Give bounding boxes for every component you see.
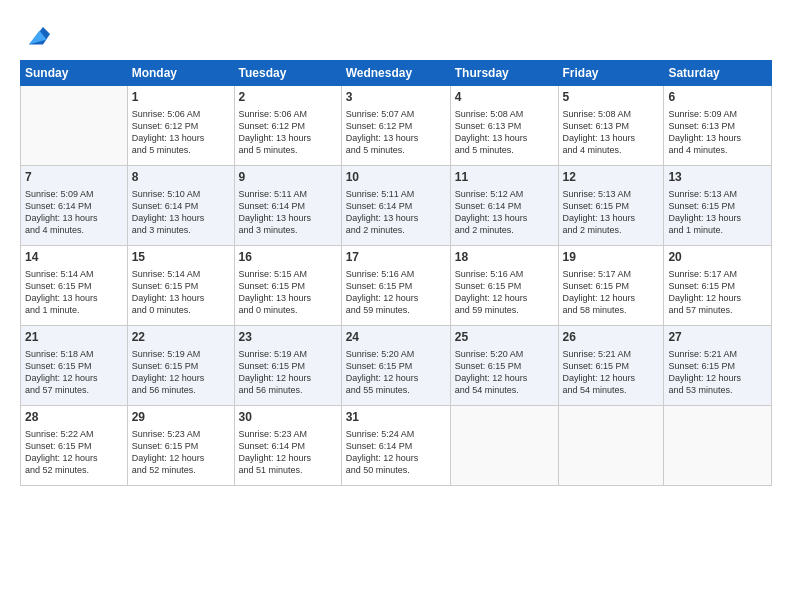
logo [20, 20, 50, 48]
day-cell [21, 86, 128, 166]
day-info: Sunrise: 5:17 AM Sunset: 6:15 PM Dayligh… [668, 268, 767, 317]
day-info: Sunrise: 5:23 AM Sunset: 6:15 PM Dayligh… [132, 428, 230, 477]
header [20, 20, 772, 48]
day-number: 14 [25, 249, 123, 266]
day-cell: 13Sunrise: 5:13 AM Sunset: 6:15 PM Dayli… [664, 166, 772, 246]
day-info: Sunrise: 5:13 AM Sunset: 6:15 PM Dayligh… [563, 188, 660, 237]
day-info: Sunrise: 5:11 AM Sunset: 6:14 PM Dayligh… [346, 188, 446, 237]
day-info: Sunrise: 5:20 AM Sunset: 6:15 PM Dayligh… [455, 348, 554, 397]
weekday-wednesday: Wednesday [341, 61, 450, 86]
day-cell: 2Sunrise: 5:06 AM Sunset: 6:12 PM Daylig… [234, 86, 341, 166]
day-cell: 14Sunrise: 5:14 AM Sunset: 6:15 PM Dayli… [21, 246, 128, 326]
day-number: 20 [668, 249, 767, 266]
day-number: 25 [455, 329, 554, 346]
day-cell: 23Sunrise: 5:19 AM Sunset: 6:15 PM Dayli… [234, 326, 341, 406]
page: SundayMondayTuesdayWednesdayThursdayFrid… [0, 0, 792, 612]
day-number: 28 [25, 409, 123, 426]
day-cell: 28Sunrise: 5:22 AM Sunset: 6:15 PM Dayli… [21, 406, 128, 486]
day-number: 22 [132, 329, 230, 346]
day-number: 9 [239, 169, 337, 186]
day-number: 6 [668, 89, 767, 106]
week-row-2: 7Sunrise: 5:09 AM Sunset: 6:14 PM Daylig… [21, 166, 772, 246]
day-info: Sunrise: 5:23 AM Sunset: 6:14 PM Dayligh… [239, 428, 337, 477]
day-info: Sunrise: 5:21 AM Sunset: 6:15 PM Dayligh… [668, 348, 767, 397]
day-number: 12 [563, 169, 660, 186]
day-cell: 18Sunrise: 5:16 AM Sunset: 6:15 PM Dayli… [450, 246, 558, 326]
day-info: Sunrise: 5:16 AM Sunset: 6:15 PM Dayligh… [346, 268, 446, 317]
day-cell: 3Sunrise: 5:07 AM Sunset: 6:12 PM Daylig… [341, 86, 450, 166]
day-cell: 26Sunrise: 5:21 AM Sunset: 6:15 PM Dayli… [558, 326, 664, 406]
day-number: 16 [239, 249, 337, 266]
day-info: Sunrise: 5:16 AM Sunset: 6:15 PM Dayligh… [455, 268, 554, 317]
day-number: 8 [132, 169, 230, 186]
day-info: Sunrise: 5:19 AM Sunset: 6:15 PM Dayligh… [239, 348, 337, 397]
day-cell: 31Sunrise: 5:24 AM Sunset: 6:14 PM Dayli… [341, 406, 450, 486]
week-row-5: 28Sunrise: 5:22 AM Sunset: 6:15 PM Dayli… [21, 406, 772, 486]
day-number: 2 [239, 89, 337, 106]
day-cell: 15Sunrise: 5:14 AM Sunset: 6:15 PM Dayli… [127, 246, 234, 326]
day-info: Sunrise: 5:18 AM Sunset: 6:15 PM Dayligh… [25, 348, 123, 397]
day-cell: 10Sunrise: 5:11 AM Sunset: 6:14 PM Dayli… [341, 166, 450, 246]
day-number: 27 [668, 329, 767, 346]
day-cell: 6Sunrise: 5:09 AM Sunset: 6:13 PM Daylig… [664, 86, 772, 166]
day-cell: 8Sunrise: 5:10 AM Sunset: 6:14 PM Daylig… [127, 166, 234, 246]
weekday-tuesday: Tuesday [234, 61, 341, 86]
week-row-4: 21Sunrise: 5:18 AM Sunset: 6:15 PM Dayli… [21, 326, 772, 406]
day-cell: 4Sunrise: 5:08 AM Sunset: 6:13 PM Daylig… [450, 86, 558, 166]
day-cell: 7Sunrise: 5:09 AM Sunset: 6:14 PM Daylig… [21, 166, 128, 246]
day-number: 19 [563, 249, 660, 266]
day-cell: 12Sunrise: 5:13 AM Sunset: 6:15 PM Dayli… [558, 166, 664, 246]
day-info: Sunrise: 5:07 AM Sunset: 6:12 PM Dayligh… [346, 108, 446, 157]
day-number: 1 [132, 89, 230, 106]
day-info: Sunrise: 5:09 AM Sunset: 6:13 PM Dayligh… [668, 108, 767, 157]
day-number: 5 [563, 89, 660, 106]
day-number: 4 [455, 89, 554, 106]
day-info: Sunrise: 5:08 AM Sunset: 6:13 PM Dayligh… [563, 108, 660, 157]
day-cell: 24Sunrise: 5:20 AM Sunset: 6:15 PM Dayli… [341, 326, 450, 406]
day-info: Sunrise: 5:14 AM Sunset: 6:15 PM Dayligh… [25, 268, 123, 317]
day-info: Sunrise: 5:19 AM Sunset: 6:15 PM Dayligh… [132, 348, 230, 397]
weekday-sunday: Sunday [21, 61, 128, 86]
day-cell: 27Sunrise: 5:21 AM Sunset: 6:15 PM Dayli… [664, 326, 772, 406]
day-cell [664, 406, 772, 486]
day-number: 15 [132, 249, 230, 266]
day-info: Sunrise: 5:06 AM Sunset: 6:12 PM Dayligh… [132, 108, 230, 157]
day-cell [450, 406, 558, 486]
day-cell: 19Sunrise: 5:17 AM Sunset: 6:15 PM Dayli… [558, 246, 664, 326]
day-number: 17 [346, 249, 446, 266]
logo-icon [22, 20, 50, 48]
day-info: Sunrise: 5:10 AM Sunset: 6:14 PM Dayligh… [132, 188, 230, 237]
weekday-saturday: Saturday [664, 61, 772, 86]
day-cell: 20Sunrise: 5:17 AM Sunset: 6:15 PM Dayli… [664, 246, 772, 326]
day-cell: 29Sunrise: 5:23 AM Sunset: 6:15 PM Dayli… [127, 406, 234, 486]
day-info: Sunrise: 5:17 AM Sunset: 6:15 PM Dayligh… [563, 268, 660, 317]
day-cell: 16Sunrise: 5:15 AM Sunset: 6:15 PM Dayli… [234, 246, 341, 326]
day-info: Sunrise: 5:12 AM Sunset: 6:14 PM Dayligh… [455, 188, 554, 237]
day-cell: 1Sunrise: 5:06 AM Sunset: 6:12 PM Daylig… [127, 86, 234, 166]
day-number: 10 [346, 169, 446, 186]
day-info: Sunrise: 5:20 AM Sunset: 6:15 PM Dayligh… [346, 348, 446, 397]
day-cell: 5Sunrise: 5:08 AM Sunset: 6:13 PM Daylig… [558, 86, 664, 166]
day-info: Sunrise: 5:14 AM Sunset: 6:15 PM Dayligh… [132, 268, 230, 317]
day-info: Sunrise: 5:06 AM Sunset: 6:12 PM Dayligh… [239, 108, 337, 157]
weekday-monday: Monday [127, 61, 234, 86]
day-number: 29 [132, 409, 230, 426]
day-number: 3 [346, 89, 446, 106]
day-info: Sunrise: 5:22 AM Sunset: 6:15 PM Dayligh… [25, 428, 123, 477]
weekday-friday: Friday [558, 61, 664, 86]
day-number: 21 [25, 329, 123, 346]
day-number: 11 [455, 169, 554, 186]
day-number: 24 [346, 329, 446, 346]
day-cell: 25Sunrise: 5:20 AM Sunset: 6:15 PM Dayli… [450, 326, 558, 406]
day-number: 31 [346, 409, 446, 426]
day-number: 23 [239, 329, 337, 346]
day-number: 18 [455, 249, 554, 266]
calendar: SundayMondayTuesdayWednesdayThursdayFrid… [20, 60, 772, 486]
day-cell: 9Sunrise: 5:11 AM Sunset: 6:14 PM Daylig… [234, 166, 341, 246]
day-info: Sunrise: 5:24 AM Sunset: 6:14 PM Dayligh… [346, 428, 446, 477]
day-number: 7 [25, 169, 123, 186]
day-number: 30 [239, 409, 337, 426]
day-info: Sunrise: 5:11 AM Sunset: 6:14 PM Dayligh… [239, 188, 337, 237]
day-info: Sunrise: 5:09 AM Sunset: 6:14 PM Dayligh… [25, 188, 123, 237]
day-info: Sunrise: 5:21 AM Sunset: 6:15 PM Dayligh… [563, 348, 660, 397]
